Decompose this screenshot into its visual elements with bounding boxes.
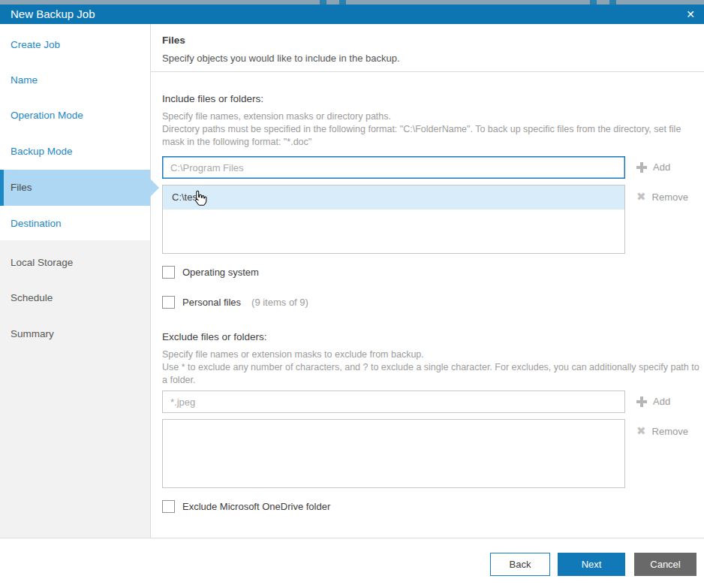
list-item-selected[interactable]: C:\test — [163, 185, 624, 210]
sidebar-item-destination[interactable]: Destination — [11, 218, 62, 233]
operating-system-checkbox[interactable]: Operating system — [162, 266, 259, 279]
checkbox-box[interactable] — [162, 500, 175, 513]
dialog-title: New Backup Job — [11, 5, 95, 24]
page-subtitle: Specify objects you would like to includ… — [162, 53, 400, 64]
exclude-remove-button[interactable]: ✖ Remove — [636, 426, 688, 437]
sidebar-item-operation-mode[interactable]: Operation Mode — [11, 110, 83, 125]
exclude-help-line1: Specify file names or extension masks to… — [162, 349, 424, 360]
checkbox-label: Operating system — [182, 267, 259, 278]
cancel-button[interactable]: Cancel — [634, 553, 696, 576]
footer-divider — [0, 538, 704, 538]
exclude-help-line2: Use * to exclude any number of character… — [162, 362, 699, 385]
include-section-label: Include files or folders: — [162, 93, 263, 104]
add-button-label: Add — [653, 396, 670, 407]
sidebar-divider — [150, 24, 151, 538]
exclude-onedrive-checkbox[interactable]: Exclude Microsoft OneDrive folder — [162, 500, 330, 513]
new-backup-job-dialog: New Backup Job ✕ Create Job Name Operati… — [0, 0, 704, 588]
page-title: Files — [162, 35, 185, 46]
dialog-titlebar: New Backup Job ✕ — [0, 5, 704, 24]
plus-icon — [636, 397, 647, 407]
checkbox-label: Exclude Microsoft OneDrive folder — [182, 501, 330, 512]
sidebar-item-backup-mode[interactable]: Backup Mode — [11, 146, 73, 161]
back-button[interactable]: Back — [490, 553, 550, 576]
x-icon: ✖ — [636, 191, 646, 203]
header-divider — [151, 71, 704, 72]
next-button[interactable]: Next — [558, 553, 625, 576]
personal-files-checkbox[interactable]: Personal files (9 items of 9) — [162, 296, 308, 309]
include-paths-list[interactable]: C:\test — [162, 185, 625, 254]
include-path-input[interactable] — [162, 156, 625, 179]
sidebar-item-summary: Summary — [11, 328, 54, 343]
checkbox-box[interactable] — [162, 266, 175, 279]
checkbox-box[interactable] — [162, 296, 175, 309]
sidebar-item-name[interactable]: Name — [11, 74, 38, 89]
exclude-section-label: Exclude files or folders: — [162, 331, 267, 342]
sidebar-item-label: Files — [11, 170, 32, 206]
exclude-add-button[interactable]: Add — [636, 396, 670, 407]
exclude-help-text: Specify file names or extension masks to… — [162, 348, 700, 387]
active-step-arrow — [150, 179, 159, 197]
include-help-line2: Directory paths must be specified in the… — [162, 124, 681, 147]
include-help-text: Specify file names, extension masks or d… — [162, 110, 698, 149]
add-button-label: Add — [653, 161, 670, 173]
include-help-line1: Specify file names, extension masks or d… — [162, 111, 391, 122]
include-add-button[interactable]: Add — [636, 161, 670, 173]
sidebar-disabled-zone — [0, 240, 150, 538]
plus-icon — [636, 162, 647, 173]
include-remove-button[interactable]: ✖ Remove — [636, 191, 688, 203]
personal-files-count: (9 items of 9) — [251, 297, 308, 308]
checkbox-label: Personal files — [182, 297, 241, 308]
close-icon[interactable]: ✕ — [686, 5, 695, 24]
sidebar-item-files[interactable]: Files — [0, 170, 150, 206]
wizard-steps-sidebar: Create Job Name Operation Mode Backup Mo… — [0, 24, 150, 538]
exclude-mask-input[interactable] — [162, 390, 625, 413]
hand-cursor-icon — [191, 189, 207, 209]
sidebar-item-create-job[interactable]: Create Job — [11, 39, 60, 54]
exclude-masks-list[interactable] — [162, 419, 625, 488]
remove-button-label: Remove — [652, 191, 688, 203]
x-icon: ✖ — [636, 426, 646, 437]
sidebar-item-schedule: Schedule — [11, 292, 53, 307]
remove-button-label: Remove — [652, 426, 688, 437]
sidebar-item-local-storage: Local Storage — [11, 257, 73, 272]
